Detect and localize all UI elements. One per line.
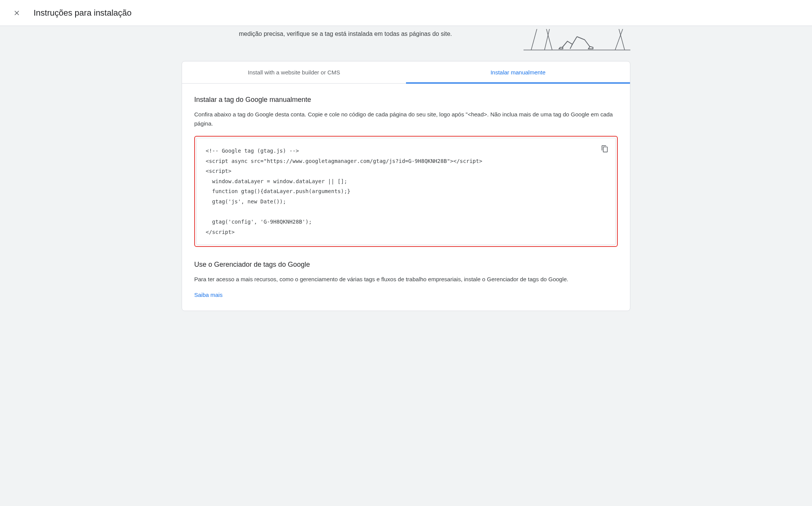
copy-icon xyxy=(601,145,609,153)
gtm-heading: Use o Gerenciador de tags do Google xyxy=(194,261,618,269)
gtm-section: Use o Gerenciador de tags do Google Para… xyxy=(194,261,618,298)
tab-content-manual: Instalar a tag do Google manualmente Con… xyxy=(182,84,630,311)
install-card: Install with a website builder or CMS In… xyxy=(182,61,630,311)
code-block-highlight: <!-- Google tag (gtag.js) --> <script as… xyxy=(194,136,618,247)
close-icon xyxy=(13,9,21,17)
tabs: Install with a website builder or CMS In… xyxy=(182,61,630,84)
code-snippet[interactable]: <!-- Google tag (gtag.js) --> <script as… xyxy=(206,146,606,237)
gtm-description: Para ter acesso a mais recursos, como o … xyxy=(194,275,618,284)
page-title: Instruções para instalação xyxy=(34,8,132,18)
manual-install-heading: Instalar a tag do Google manualmente xyxy=(194,96,618,104)
runner-illustration xyxy=(524,29,630,52)
intro-row: medição precisa, verifique se a tag está… xyxy=(182,26,630,61)
manual-install-description: Confira abaixo a tag do Google desta con… xyxy=(194,110,618,128)
header-bar: Instruções para instalação xyxy=(0,0,812,26)
close-button[interactable] xyxy=(9,5,24,21)
intro-text: medição precisa, verifique se a tag está… xyxy=(182,29,508,39)
svg-line-1 xyxy=(531,29,537,50)
copy-code-button[interactable] xyxy=(598,142,612,156)
tab-manual-install[interactable]: Instalar manualmente xyxy=(406,61,630,83)
code-block: <!-- Google tag (gtag.js) --> <script as… xyxy=(196,138,616,245)
tab-builder-cms[interactable]: Install with a website builder or CMS xyxy=(182,61,406,83)
learn-more-link[interactable]: Saiba mais xyxy=(194,292,222,298)
